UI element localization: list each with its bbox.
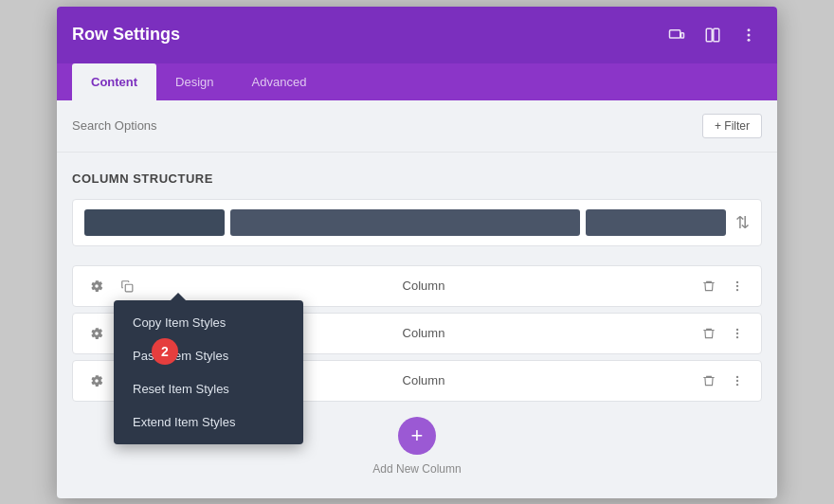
- tab-content[interactable]: Content: [72, 63, 156, 100]
- badge: 2: [152, 338, 178, 365]
- more-dots-icon[interactable]: [725, 321, 750, 346]
- delete-icon[interactable]: [697, 274, 721, 298]
- svg-point-9: [736, 284, 738, 286]
- tab-advanced[interactable]: Advanced: [233, 63, 326, 100]
- column-structure-selector: ⇅: [72, 199, 762, 246]
- search-input[interactable]: [72, 118, 695, 133]
- gear-icon[interactable]: [84, 321, 109, 346]
- context-menu: Copy Item Styles Paste Item Styles Reset…: [114, 300, 303, 444]
- svg-rect-1: [681, 32, 684, 37]
- svg-rect-0: [670, 29, 680, 37]
- more-dots-icon[interactable]: [725, 369, 750, 393]
- delete-icon[interactable]: [697, 369, 721, 393]
- col-option-3[interactable]: [586, 209, 726, 236]
- svg-point-8: [736, 280, 738, 282]
- modal-header: Row Settings: [57, 7, 777, 63]
- column-label: Column: [151, 279, 697, 293]
- search-bar: + Filter: [57, 100, 777, 153]
- row-right-icons: [697, 321, 750, 346]
- more-icon[interactable]: [735, 22, 762, 48]
- col-option-2[interactable]: [230, 209, 580, 236]
- svg-rect-2: [706, 28, 712, 42]
- svg-point-4: [748, 28, 751, 31]
- filter-button[interactable]: + Filter: [702, 114, 762, 138]
- responsive-icon[interactable]: [663, 22, 690, 48]
- svg-point-16: [736, 375, 738, 377]
- gear-icon[interactable]: [84, 274, 109, 298]
- svg-point-12: [736, 328, 738, 330]
- svg-point-6: [748, 38, 751, 41]
- header-icons: [663, 22, 762, 48]
- add-column-button[interactable]: +: [398, 417, 436, 455]
- modal-title: Row Settings: [72, 25, 180, 45]
- paste-item-styles[interactable]: Paste Item Styles: [114, 339, 303, 372]
- extend-item-styles[interactable]: Extend Item Styles: [114, 405, 303, 439]
- svg-point-5: [748, 33, 751, 36]
- clone-icon[interactable]: [115, 274, 139, 298]
- svg-point-17: [736, 379, 738, 381]
- svg-point-18: [736, 383, 738, 385]
- split-icon[interactable]: [699, 22, 726, 48]
- tabs-bar: Content Design Advanced: [57, 63, 777, 100]
- more-dots-icon[interactable]: [725, 274, 750, 298]
- svg-rect-3: [714, 28, 719, 42]
- gear-icon[interactable]: [84, 369, 109, 393]
- row-left-icons: [84, 274, 139, 298]
- copy-item-styles[interactable]: Copy Item Styles: [114, 306, 303, 339]
- reset-item-styles[interactable]: Reset Item Styles: [114, 372, 303, 405]
- svg-point-14: [736, 335, 738, 337]
- svg-point-10: [736, 288, 738, 290]
- row-settings-modal: Row Settings: [57, 7, 777, 498]
- delete-icon[interactable]: [697, 321, 721, 346]
- row-right-icons: [697, 369, 750, 393]
- row-right-icons: [697, 274, 750, 298]
- svg-point-13: [736, 332, 738, 333]
- tab-design[interactable]: Design: [156, 63, 232, 100]
- section-title: Column Structure: [72, 171, 762, 186]
- col-arrow-icon[interactable]: ⇅: [735, 212, 750, 233]
- svg-rect-7: [125, 284, 133, 292]
- col-option-1[interactable]: [84, 209, 225, 236]
- add-column-label: Add New Column: [372, 462, 461, 476]
